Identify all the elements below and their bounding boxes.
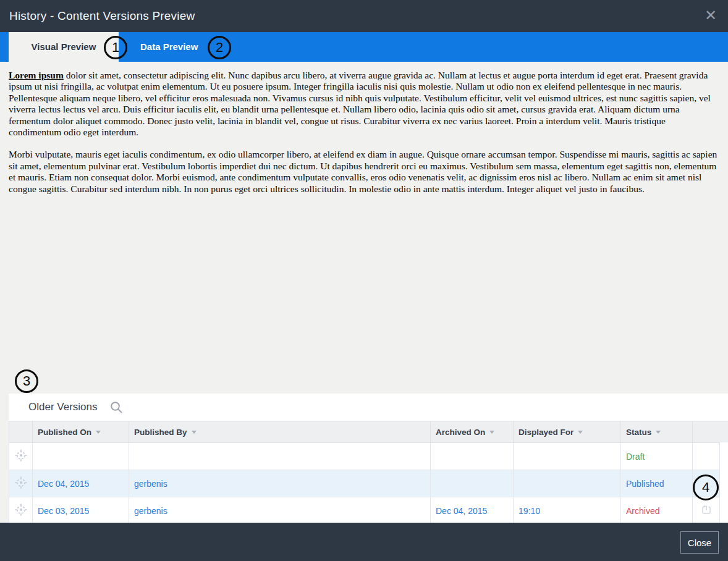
- header-filler: [719, 421, 728, 442]
- cell-published-by: [129, 443, 431, 470]
- header-displayed-for[interactable]: Displayed For: [514, 421, 621, 443]
- locate-target-icon[interactable]: [14, 476, 28, 489]
- lorem-lead: Lorem ipsum: [9, 70, 64, 80]
- lorem-paragraph-1-text: dolor sit amet, consectetur adipiscing e…: [9, 70, 711, 137]
- sort-arrow-icon: [96, 431, 101, 434]
- cell-displayed-for: [514, 470, 621, 497]
- sort-arrow-icon: [192, 431, 197, 434]
- cell-published-on[interactable]: Dec 04, 2015: [33, 470, 129, 497]
- locate-target-icon[interactable]: [14, 503, 28, 517]
- older-versions-bar: Older Versions: [9, 394, 728, 421]
- sort-arrow-icon: [656, 431, 661, 434]
- modal-title: History - Content Versions Preview: [9, 0, 195, 32]
- table-row[interactable]: Draft: [9, 443, 720, 470]
- versions-table-area: Published On Published By Archived On Di…: [9, 421, 728, 523]
- tab-visual-preview[interactable]: Visual Preview: [9, 32, 119, 62]
- search-icon[interactable]: [110, 401, 123, 416]
- cell-published-by[interactable]: gerbenis: [129, 470, 431, 497]
- close-icon[interactable]: ✕: [702, 0, 719, 32]
- lorem-paragraph-1: Lorem ipsum dolor sit amet, consectetur …: [9, 70, 718, 138]
- cell-published-on[interactable]: Dec 03, 2015: [33, 497, 129, 525]
- modal-footer: Close: [0, 523, 728, 561]
- visual-preview-pane: Lorem ipsum dolor sit amet, consectetur …: [0, 62, 728, 394]
- older-versions-title: Older Versions: [28, 394, 98, 421]
- close-button[interactable]: Close: [680, 531, 719, 554]
- status-badge: Archived: [621, 497, 693, 525]
- cell-archived-on[interactable]: Dec 04, 2015: [431, 497, 514, 525]
- header-status[interactable]: Status: [621, 421, 693, 443]
- status-badge: Published: [621, 470, 693, 497]
- header-archived-on[interactable]: Archived On: [431, 421, 514, 443]
- annotation-circle-1: 1: [104, 36, 127, 59]
- sort-arrow-icon: [578, 431, 583, 434]
- cell-action: [693, 443, 720, 470]
- header-icon-column: [9, 421, 33, 443]
- lorem-paragraph-2: Morbi vulputate, mauris eget iaculis con…: [9, 149, 718, 195]
- cell-displayed-for: [514, 443, 621, 470]
- versions-table: Published On Published By Archived On Di…: [9, 421, 720, 525]
- header-action-column: [693, 421, 720, 443]
- cell-displayed-for[interactable]: 19:10: [514, 497, 621, 525]
- header-published-on[interactable]: Published On: [33, 421, 129, 443]
- cell-archived-on: [431, 470, 514, 497]
- cell-published-on: [33, 443, 129, 470]
- table-header-row: Published On Published By Archived On Di…: [9, 421, 720, 443]
- locate-target-icon[interactable]: [14, 449, 28, 462]
- table-row[interactable]: Dec 04, 2015 gerbenis Published: [9, 470, 720, 497]
- cell-archived-on: [431, 443, 514, 470]
- annotation-circle-4: 4: [693, 475, 719, 500]
- restore-version-icon[interactable]: [700, 504, 713, 516]
- table-row[interactable]: Dec 03, 2015 gerbenis Dec 04, 2015 19:10…: [9, 497, 720, 525]
- header-published-by[interactable]: Published By: [129, 421, 431, 443]
- annotation-circle-3: 3: [15, 369, 38, 393]
- cell-published-by[interactable]: gerbenis: [129, 497, 431, 525]
- cell-action: [693, 497, 720, 525]
- sort-arrow-icon: [489, 431, 494, 434]
- annotation-circle-2: 2: [208, 36, 231, 59]
- status-badge: Draft: [621, 443, 693, 470]
- modal-titlebar: History - Content Versions Preview ✕: [0, 0, 728, 32]
